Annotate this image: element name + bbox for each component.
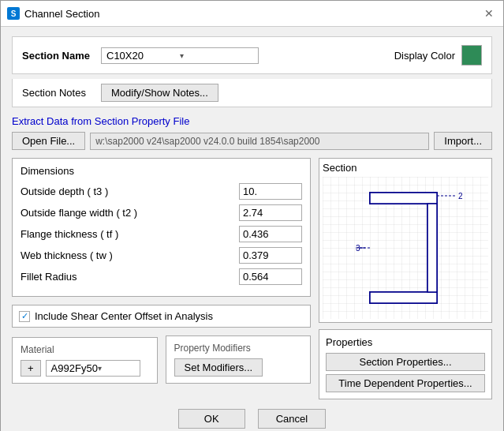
- dim-row-3: Web thickness ( tw ): [21, 247, 302, 264]
- section-notes-panel: Section Notes Modify/Show Notes...: [12, 79, 492, 107]
- app-icon: S: [7, 7, 20, 20]
- open-file-button[interactable]: Open File...: [12, 132, 85, 150]
- file-path-display: w:\sap2000 v24\sap2000 v24.0.0 build 185…: [90, 133, 429, 150]
- properties-group: Properties Section Properties... Time De…: [319, 329, 492, 399]
- color-swatch[interactable]: [461, 45, 482, 66]
- extract-row: Open File... w:\sap2000 v24\sap2000 v24.…: [12, 132, 492, 150]
- material-group: Material + A992Fy50 ▾: [12, 337, 158, 384]
- chevron-down-icon: ▾: [180, 51, 253, 60]
- shear-center-label: Include Shear Center Offset in Analysis: [35, 310, 213, 322]
- extract-link[interactable]: Extract Data from Section Property File: [12, 115, 492, 127]
- dim-input-3[interactable]: [239, 247, 302, 264]
- section-name-dropdown[interactable]: C10X20 ▾: [101, 47, 259, 64]
- material-value: A992Fy50: [51, 362, 98, 374]
- dialog-content: Section Name C10X20 ▾ Display Color Sect…: [1, 27, 503, 431]
- display-color-group: Display Color: [394, 45, 482, 66]
- property-modifiers-label: Property Modifiers: [174, 343, 303, 354]
- channel-section-dialog: S Channel Section ✕ Section Name C10X20 …: [0, 0, 504, 431]
- svg-rect-6: [427, 204, 437, 292]
- dimensions-group: Dimensions Outside depth ( t3 ) Outside …: [12, 158, 311, 297]
- set-modifiers-button[interactable]: Set Modifiers...: [174, 358, 263, 377]
- section-canvas: 2 3: [323, 177, 488, 319]
- section-preview-title: Section: [323, 162, 488, 174]
- modify-notes-button[interactable]: Modify/Show Notes...: [101, 84, 218, 102]
- dim-label-4: Fillet Radius: [21, 271, 239, 283]
- material-dropdown[interactable]: A992Fy50 ▾: [46, 360, 140, 377]
- material-add-button[interactable]: +: [21, 360, 41, 377]
- bottom-row: Material + A992Fy50 ▾ Property Modifiers…: [12, 335, 311, 384]
- shear-center-panel: Include Shear Center Offset in Analysis: [12, 305, 311, 328]
- material-chevron-icon: ▾: [98, 364, 135, 373]
- material-inner: + A992Fy50 ▾: [21, 360, 149, 377]
- cancel-button[interactable]: Cancel: [258, 409, 326, 429]
- shear-center-checkbox[interactable]: [19, 311, 30, 322]
- dim-label-1: Outside flange width ( t2 ): [21, 207, 239, 219]
- ok-cancel-row: OK Cancel: [12, 409, 492, 431]
- section-svg: 2 3: [323, 177, 488, 319]
- section-name-value: C10X20: [106, 50, 180, 62]
- dim-label-3: Web thickness ( tw ): [21, 249, 239, 261]
- properties-title: Properties: [326, 336, 485, 348]
- titlebar-left: S Channel Section: [7, 7, 99, 20]
- import-button[interactable]: Import...: [434, 132, 492, 150]
- dialog-title: Channel Section: [24, 8, 99, 20]
- dim-label-2: Flange thickness ( tf ): [21, 228, 239, 240]
- dim-row-4: Fillet Radius: [21, 268, 302, 285]
- left-panel: Dimensions Outside depth ( t3 ) Outside …: [12, 158, 311, 399]
- property-modifiers-group: Property Modifiers Set Modifiers...: [166, 335, 312, 384]
- section-name-label: Section Name: [22, 50, 93, 62]
- dim-input-4[interactable]: [239, 268, 302, 285]
- extract-section: Extract Data from Section Property File …: [12, 115, 492, 150]
- material-label: Material: [21, 344, 149, 355]
- dim-row-1: Outside flange width ( t2 ): [21, 204, 302, 221]
- svg-rect-5: [370, 292, 437, 303]
- dim-input-2[interactable]: [239, 226, 302, 242]
- t2-label: 2: [458, 192, 463, 201]
- section-notes-label: Section Notes: [22, 87, 93, 99]
- section-properties-button[interactable]: Section Properties...: [326, 353, 485, 371]
- dim-input-1[interactable]: [239, 204, 302, 221]
- time-dependent-button[interactable]: Time Dependent Properties...: [326, 374, 485, 392]
- section-name-panel: Section Name C10X20 ▾ Display Color: [12, 36, 492, 74]
- dim-row-2: Flange thickness ( tf ): [21, 226, 302, 242]
- right-panel: Section: [319, 158, 492, 399]
- dim-label-0: Outside depth ( t3 ): [21, 186, 239, 197]
- section-preview: Section: [319, 158, 492, 323]
- titlebar: S Channel Section ✕: [1, 1, 503, 27]
- svg-rect-4: [370, 193, 437, 204]
- ok-button[interactable]: OK: [178, 409, 245, 429]
- dim-row-0: Outside depth ( t3 ): [21, 183, 302, 200]
- main-area: Dimensions Outside depth ( t3 ) Outside …: [12, 158, 492, 399]
- dim-input-0[interactable]: [239, 183, 302, 200]
- display-color-label: Display Color: [394, 50, 455, 62]
- close-button[interactable]: ✕: [481, 6, 497, 21]
- dimensions-title: Dimensions: [21, 165, 302, 177]
